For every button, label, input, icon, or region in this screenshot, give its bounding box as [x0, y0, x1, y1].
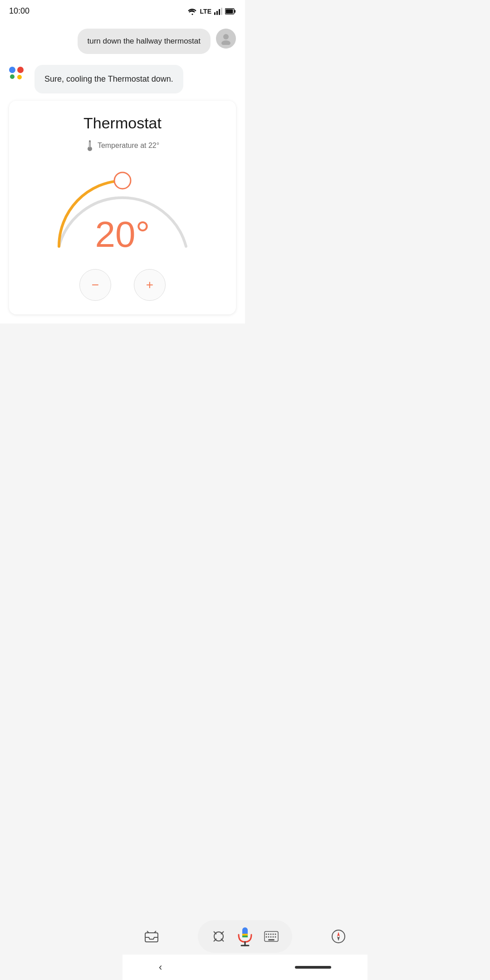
chat-area: turn down the hallway thermostat Sure, c… — [0, 20, 245, 323]
temp-display: 20° — [95, 214, 150, 255]
assistant-bubble: Sure, cooling the Thermostat down. — [34, 65, 183, 93]
svg-rect-6 — [226, 9, 233, 13]
svg-rect-5 — [235, 10, 236, 13]
svg-rect-1 — [216, 11, 218, 15]
dot-green — [10, 74, 15, 79]
controls-row: − + — [23, 269, 222, 301]
increase-icon: + — [146, 278, 153, 292]
google-dots — [9, 65, 29, 79]
dot-blue — [9, 67, 15, 73]
svg-rect-0 — [214, 12, 216, 15]
svg-point-8 — [221, 40, 230, 45]
assistant-response-text: Sure, cooling the Thermostat down. — [44, 74, 173, 83]
thermostat-card: Thermostat Temperature at 22° 20° — [9, 101, 236, 314]
user-message-text: turn down the hallway thermostat — [88, 37, 201, 45]
svg-point-7 — [223, 34, 229, 39]
bottom-spacer — [0, 323, 245, 405]
decrease-button[interactable]: − — [79, 269, 111, 301]
signal-icon — [214, 8, 222, 15]
temp-label-row: Temperature at 22° — [23, 139, 222, 152]
status-icons: LTE — [187, 8, 236, 15]
temp-label-text: Temperature at 22° — [98, 142, 159, 150]
thermostat-title: Thermostat — [23, 114, 222, 132]
status-time: 10:00 — [9, 6, 29, 16]
assistant-row: Sure, cooling the Thermostat down. — [9, 65, 236, 93]
status-bar: 10:00 LTE — [0, 0, 245, 20]
dot-red — [17, 67, 24, 73]
user-bubble: turn down the hallway thermostat — [78, 29, 211, 54]
user-avatar — [216, 29, 236, 49]
svg-point-12 — [114, 172, 131, 189]
wifi-icon — [187, 8, 197, 15]
dial-container: 20° — [45, 156, 200, 260]
user-message-row: turn down the hallway thermostat — [9, 29, 236, 54]
lte-label: LTE — [200, 8, 211, 15]
svg-rect-11 — [89, 142, 90, 147]
svg-rect-2 — [219, 9, 220, 15]
svg-rect-3 — [221, 8, 222, 15]
dot-yellow — [17, 75, 22, 79]
decrease-icon: − — [92, 278, 99, 292]
increase-button[interactable]: + — [134, 269, 166, 301]
thermometer-icon — [86, 139, 94, 152]
battery-icon — [225, 8, 236, 15]
